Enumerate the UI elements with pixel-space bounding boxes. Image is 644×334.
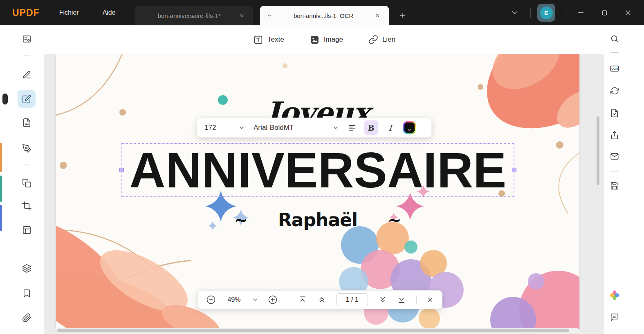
zoom-in-button[interactable] xyxy=(268,295,278,305)
toolbar-separator xyxy=(288,296,288,304)
font-size-select[interactable]: 172 xyxy=(204,124,245,132)
file-check-icon xyxy=(610,109,619,118)
sidebar-divider xyxy=(610,171,619,171)
svg-text:OCR: OCR xyxy=(611,67,618,70)
chevrons-up-icon xyxy=(317,295,326,304)
titlebar-separator xyxy=(562,8,562,18)
tab-chevron-down-icon[interactable] xyxy=(267,13,272,18)
chevron-down-icon xyxy=(408,129,411,131)
page-indicator[interactable]: 1 / 1 xyxy=(336,293,368,306)
close-page-controls-button[interactable] xyxy=(426,296,434,303)
tab-close-icon[interactable] xyxy=(238,11,247,20)
minimize-button[interactable] xyxy=(569,0,592,25)
crop-icon xyxy=(22,201,31,211)
add-link-button[interactable]: Lien xyxy=(368,35,395,45)
ocr-icon: OCR xyxy=(609,64,620,73)
next-page-button[interactable] xyxy=(378,295,387,304)
edge-fragment-green xyxy=(0,176,2,202)
zoom-select-chevron[interactable] xyxy=(252,297,258,303)
search-button[interactable] xyxy=(606,31,623,47)
pdf-page[interactable]: Joyeux ANNIVERSAIRE ~ Raphaël ~ xyxy=(56,54,579,329)
font-color-button[interactable] xyxy=(403,121,416,134)
left-sidebar xyxy=(0,25,44,334)
toolbar-separator xyxy=(416,296,417,304)
menu-fichier[interactable]: Fichier xyxy=(59,9,79,16)
tool-bookmarks[interactable] xyxy=(18,284,36,302)
minus-circle-icon xyxy=(206,295,216,305)
page-navigation-toolbar: 49% 1 / 1 xyxy=(197,290,442,309)
add-text-button[interactable]: Texte xyxy=(253,35,284,45)
menu-aide[interactable]: Aide xyxy=(103,9,116,16)
sidebar-divider xyxy=(610,52,619,53)
share-icon xyxy=(610,131,619,140)
close-button[interactable] xyxy=(616,0,640,25)
scroll-to-bottom-icon xyxy=(397,295,406,304)
text-selection-box[interactable] xyxy=(121,143,514,197)
last-page-button[interactable] xyxy=(397,295,406,304)
save-button[interactable] xyxy=(606,178,623,194)
selection-handle-right[interactable] xyxy=(512,168,516,172)
tool-comment[interactable] xyxy=(18,66,36,84)
tab-list-chevron-down-icon[interactable] xyxy=(506,4,524,22)
font-family-select[interactable]: Arial-BoldMT xyxy=(254,124,339,132)
ai-assistant-button[interactable] xyxy=(606,287,623,303)
file-check-button[interactable] xyxy=(606,105,623,121)
edge-fragment-blue xyxy=(0,205,2,231)
tool-forms[interactable] xyxy=(18,114,36,131)
chevron-down-icon xyxy=(333,125,339,131)
reader-icon xyxy=(22,34,31,44)
subtitle-row: ~ Raphaël ~ xyxy=(56,209,579,230)
tool-layers[interactable] xyxy=(18,259,36,277)
convert-button[interactable] xyxy=(606,82,623,99)
tool-organize-pages[interactable] xyxy=(18,174,36,192)
tab-label: bon-anniversaire-fils-1* xyxy=(141,12,238,19)
maximize-button[interactable] xyxy=(592,0,616,25)
titlebar-right: E xyxy=(506,0,644,25)
tool-reader-mode[interactable] xyxy=(18,30,36,48)
add-image-button[interactable]: Image xyxy=(310,35,343,45)
tool-sign[interactable] xyxy=(18,139,36,157)
share-button[interactable] xyxy=(606,127,623,143)
tab-close-icon[interactable] xyxy=(373,11,382,20)
add-link-label: Lien xyxy=(382,36,395,44)
tab-document-1[interactable]: bon-anniversaire-fils-1* xyxy=(135,6,253,25)
tool-attachments[interactable] xyxy=(18,309,36,327)
titlebar-separator xyxy=(530,8,531,18)
name-raphael[interactable]: Raphaël xyxy=(278,209,357,230)
app-logo: UPDF xyxy=(12,7,40,18)
save-icon xyxy=(610,181,619,190)
previous-page-button[interactable] xyxy=(317,295,326,304)
font-size-value: 172 xyxy=(204,124,216,132)
paperclip-icon xyxy=(22,313,31,323)
vertical-scrollbar-thumb[interactable] xyxy=(597,116,599,185)
line-spacing-button[interactable] xyxy=(346,122,358,134)
email-button[interactable] xyxy=(606,148,623,165)
scroll-to-top-icon xyxy=(298,295,307,304)
tool-crop[interactable] xyxy=(18,197,36,215)
tab-document-2-active[interactable]: bon-anniv...ils-1_OCR xyxy=(260,6,389,25)
zoom-level-value: 49% xyxy=(226,296,242,303)
comments-panel-button[interactable] xyxy=(606,309,623,325)
horizontal-scrollbar-thumb[interactable] xyxy=(57,329,569,332)
tool-edit-pdf-selected[interactable] xyxy=(18,90,36,108)
image-icon xyxy=(310,35,320,45)
new-tab-button[interactable] xyxy=(395,9,409,22)
selection-handle-left[interactable] xyxy=(119,168,124,172)
edit-icon xyxy=(22,94,31,104)
tilde-right: ~ xyxy=(388,211,402,229)
bookmark-icon xyxy=(22,289,31,298)
account-button[interactable]: E xyxy=(537,4,555,22)
ocr-button[interactable]: OCR xyxy=(606,60,623,77)
titlebar: UPDF Fichier Aide bon-anniversaire-fils-… xyxy=(0,0,644,25)
zoom-out-button[interactable] xyxy=(206,295,216,305)
tab-strip: bon-anniversaire-fils-1* bon-anniv...ils… xyxy=(135,0,409,25)
comment-icon xyxy=(610,313,619,322)
horizontal-scrollbar-track[interactable] xyxy=(56,328,579,333)
panel-collapse-handle[interactable] xyxy=(2,94,8,105)
tool-watermark[interactable] xyxy=(18,221,36,239)
first-page-button[interactable] xyxy=(298,295,307,304)
layers-icon xyxy=(22,264,31,273)
italic-button[interactable]: I xyxy=(383,120,397,135)
pages-icon xyxy=(22,178,31,188)
bold-button-active[interactable]: B xyxy=(364,120,378,135)
